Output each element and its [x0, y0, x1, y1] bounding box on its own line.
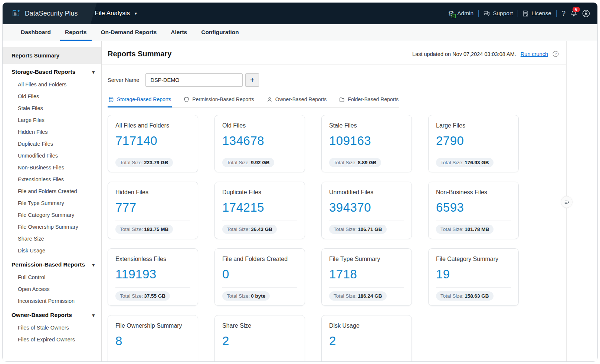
sidebar-item-all-files-and-folders[interactable]: All Files and Folders: [3, 79, 101, 90]
notifications-bell-icon[interactable]: 6: [570, 10, 577, 17]
server-name-label: Server Name: [108, 77, 139, 83]
sidebar-item-duplicate-files[interactable]: Duplicate Files: [3, 138, 101, 150]
card-divider: [222, 154, 297, 154]
card-count-link[interactable]: 134678: [222, 134, 297, 148]
main-nav: DashboardReportsOn-Demand ReportsAlertsC…: [3, 24, 597, 41]
sidebar-section-label: Permission-Based Reports: [12, 261, 85, 268]
chevron-down-icon: ▾: [92, 262, 95, 268]
card-divider: [222, 221, 297, 221]
nav-tab-configuration[interactable]: Configuration: [194, 24, 246, 41]
card-title: Large Files: [436, 122, 511, 129]
sidebar-item-disk-usage[interactable]: Disk Usage: [3, 245, 101, 257]
nav-tab-on-demand-reports[interactable]: On-Demand Reports: [94, 24, 164, 41]
total-size-badge: Total Size:223.79 GB: [115, 158, 173, 167]
total-size-label: Total Size:: [120, 226, 143, 232]
add-server-button[interactable]: +: [245, 73, 259, 87]
sidebar-item-share-size[interactable]: Share Size: [3, 233, 101, 245]
user-account-icon[interactable]: [582, 10, 590, 17]
sidebar-item-file-ownership-summary[interactable]: File Ownership Summary: [3, 221, 101, 233]
sidebar-item-files-of-expired-owners[interactable]: Files of Expired Owners: [3, 334, 101, 345]
sidebar-item-unmodified-files[interactable]: Unmodified Files: [3, 150, 101, 162]
user-icon: [267, 97, 272, 102]
total-size-badge: Total Size:101.78 MB: [436, 225, 494, 234]
card-count-link[interactable]: 109163: [329, 134, 404, 148]
sidebar-item-inconsistent-permission[interactable]: Inconsistent Permission: [3, 295, 101, 307]
product-name: DataSecurity Plus: [25, 10, 78, 17]
report-card-file-type-summary: File Type Summary1718Total Size:186.24 G…: [321, 248, 412, 306]
admin-label: Admin: [457, 10, 473, 17]
total-size-badge: Total Size:8.89 GB: [329, 158, 381, 167]
card-count-link[interactable]: 717140: [115, 134, 190, 148]
total-size-value: 176.93 GB: [465, 160, 489, 165]
help-circle-icon[interactable]: ?: [553, 51, 559, 57]
sidebar-item-files-of-stale-owners[interactable]: Files of Stale Owners: [3, 322, 101, 334]
card-count-link[interactable]: 777: [115, 201, 190, 215]
total-size-label: Total Size:: [334, 160, 357, 165]
report-card-share-size: Share Size2: [214, 315, 305, 361]
total-size-label: Total Size:: [440, 293, 463, 299]
run-crunch-link[interactable]: Run crunch: [521, 51, 548, 57]
card-count-link[interactable]: 119193: [115, 267, 190, 281]
help-icon[interactable]: ?: [561, 9, 565, 18]
sidebar-item-hidden-files[interactable]: Hidden Files: [3, 126, 101, 138]
support-link[interactable]: Support: [483, 10, 513, 17]
sidebar-section-label: Owner-Based Reports: [12, 312, 72, 318]
report-card-disk-usage: Disk Usage2: [321, 315, 412, 361]
reports-sidebar: Reports Summary Storage-Based Reports▾Al…: [3, 41, 102, 361]
report-card-old-files: Old Files134678Total Size:9.92 GB: [214, 115, 305, 172]
content-area: Reports Summary Last updated on Nov 07,2…: [102, 41, 567, 361]
report-card-unmodified-files: Unmodified Files394370Total Size:106.71 …: [321, 182, 412, 239]
sidebar-item-file-category-summary[interactable]: File Category Summary: [3, 209, 101, 221]
gear-icon: ⚙>_: [448, 10, 454, 17]
card-count-link[interactable]: 1718: [329, 267, 404, 281]
sidebar-item-file-type-summary[interactable]: File Type Summary: [3, 197, 101, 209]
tab-label: Permission-Based Reports: [192, 96, 254, 102]
notification-count-badge: 6: [573, 7, 580, 12]
tab-folder-based-reports[interactable]: Folder-Based Reports: [338, 96, 399, 107]
datasecurity-lock-logo-icon: [12, 9, 21, 18]
card-count-link[interactable]: 0: [222, 267, 297, 281]
sidebar-item-stale-files[interactable]: Stale Files: [3, 102, 101, 114]
module-switcher[interactable]: File Analysis ▼: [95, 10, 138, 17]
tab-owner-based-reports[interactable]: Owner-Based Reports: [266, 96, 328, 107]
sidebar-section-owner-based-reports[interactable]: Owner-Based Reports▾: [3, 307, 101, 322]
license-label: License: [531, 10, 551, 17]
sidebar-item-file-and-folders-created[interactable]: File and Folders Created: [3, 185, 101, 197]
card-count-link[interactable]: 2: [222, 334, 297, 348]
product-logo[interactable]: DataSecurity Plus: [12, 9, 78, 18]
sidebar-section-permission-based-reports[interactable]: Permission-Based Reports▾: [3, 257, 101, 271]
card-count-link[interactable]: 174215: [222, 201, 297, 215]
card-title: Old Files: [222, 122, 297, 129]
sidebar-item-extensionless-files[interactable]: Extensionless Files: [3, 173, 101, 185]
terminal-badge-icon: >_: [452, 14, 456, 18]
server-name-input[interactable]: [145, 73, 243, 87]
card-count-link[interactable]: 2: [329, 334, 404, 348]
total-size-label: Total Size:: [227, 160, 250, 165]
sidebar-item-reports-summary[interactable]: Reports Summary: [3, 47, 101, 64]
tab-permission-based-reports[interactable]: Permission-Based Reports: [183, 96, 255, 107]
total-size-value: 37.55 GB: [144, 293, 165, 299]
sidebar-item-open-access[interactable]: Open Access: [3, 283, 101, 295]
sidebar-item-non-business-files[interactable]: Non-Business Files: [3, 162, 101, 173]
card-count-link[interactable]: 2790: [436, 134, 511, 148]
card-title: File Category Summary: [436, 256, 511, 262]
card-count-link[interactable]: 6593: [436, 201, 511, 215]
side-panel-toggle-button[interactable]: [561, 196, 573, 208]
total-size-badge: Total Size:37.55 GB: [115, 291, 170, 301]
admin-link[interactable]: ⚙>_Admin: [448, 10, 473, 17]
tab-storage-based-reports[interactable]: Storage-Based Reports: [108, 96, 172, 107]
card-title: Share Size: [222, 322, 297, 329]
card-count-link[interactable]: 8: [115, 334, 190, 348]
sidebar-item-full-control[interactable]: Full Control: [3, 271, 101, 283]
license-link[interactable]: License: [523, 10, 551, 17]
card-divider: [329, 287, 404, 288]
nav-tab-alerts[interactable]: Alerts: [164, 24, 194, 41]
total-size-badge: Total Size:183.75 MB: [115, 225, 173, 234]
card-count-link[interactable]: 394370: [329, 201, 404, 215]
nav-tab-reports[interactable]: Reports: [58, 24, 94, 41]
sidebar-item-old-files[interactable]: Old Files: [3, 90, 101, 102]
sidebar-section-storage-based-reports[interactable]: Storage-Based Reports▾: [3, 64, 101, 79]
nav-tab-dashboard[interactable]: Dashboard: [14, 24, 58, 41]
sidebar-item-large-files[interactable]: Large Files: [3, 114, 101, 126]
card-count-link[interactable]: 19: [436, 267, 511, 281]
